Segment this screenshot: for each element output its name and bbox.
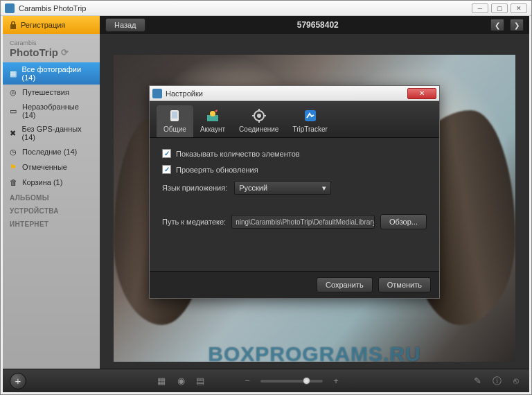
globe-icon[interactable]: ◉ <box>175 375 187 387</box>
language-value: Русский <box>239 184 267 192</box>
refresh-icon[interactable]: ⟳ <box>61 47 69 58</box>
svg-point-5 <box>257 114 261 118</box>
sidebar-item-5[interactable]: ⚑Отмеченные <box>3 159 100 175</box>
mediapath-input[interactable]: ning\Carambis\PhotoTrip\DefaultMediaLibr… <box>231 215 375 229</box>
tab-label: Общие <box>163 125 186 133</box>
no-gps-icon: ✖ <box>8 128 17 138</box>
list-icon[interactable]: ▤ <box>194 375 206 387</box>
minimize-button[interactable]: ─ <box>472 3 488 13</box>
recent-icon: ◷ <box>8 147 18 157</box>
sidebar-item-label: Отмеченные <box>22 163 67 171</box>
sidebar-item-label: Без GPS-данных (14) <box>21 125 94 141</box>
sidebar: Carambis PhotoTrip ⟳ ▦Все фотографии (14… <box>3 34 100 369</box>
sidebar-item-label: Путешествия <box>22 88 69 96</box>
settings-tab-общие[interactable]: Общие <box>157 105 193 137</box>
browse-button[interactable]: Обзор... <box>380 214 427 229</box>
settings-tab-соединение[interactable]: Соединение <box>232 105 285 137</box>
photos-icon: ▦ <box>8 69 18 78</box>
page-title: 579658402 <box>151 20 485 30</box>
camera-icon: ◎ <box>8 87 18 97</box>
window-title: Carambis PhotoTrip <box>19 4 472 12</box>
unsorted-icon: ▭ <box>8 106 18 116</box>
settings-tab-triptracker[interactable]: TripTracker <box>285 105 334 137</box>
bottom-toolbar: + ▦ ◉ ▤ − + ✎ ⓘ ⎋ <box>3 369 529 392</box>
back-button[interactable]: Назад <box>105 18 145 32</box>
mediapath-label: Путь к медиатеке: <box>162 218 226 226</box>
sidebar-item-label: Последние (14) <box>22 148 77 156</box>
svg-rect-1 <box>172 112 177 119</box>
sidebar-item-6[interactable]: 🗑Корзина (1) <box>3 175 100 190</box>
settings-tab-аккаунт[interactable]: Аккаунт <box>193 105 232 137</box>
dialog-title: Настройки <box>166 89 407 98</box>
language-select[interactable]: Русский ▾ <box>234 181 331 195</box>
sidebar-item-0[interactable]: ▦Все фотографии (14) <box>3 62 100 85</box>
zoom-in-icon[interactable]: + <box>330 375 342 387</box>
watermark: BOXPROGRAMS.RU <box>208 342 420 366</box>
flag-icon: ⚑ <box>8 162 18 172</box>
sidebar-section-1[interactable]: УСТРОЙСТВА <box>3 203 100 216</box>
tab-icon-2 <box>251 108 267 123</box>
lock-icon <box>10 21 17 29</box>
settings-dialog: Настройки ✕ ОбщиеАккаунтСоединениеTripTr… <box>149 85 440 299</box>
check-updates-label: Проверять обновления <box>176 166 258 174</box>
sidebar-item-label: Корзина (1) <box>22 178 62 186</box>
sidebar-item-4[interactable]: ◷Последние (14) <box>3 144 100 159</box>
back-label: Назад <box>114 21 136 29</box>
brand-vendor: Carambis <box>10 40 93 46</box>
svg-point-3 <box>210 111 215 116</box>
add-button[interactable]: + <box>10 373 26 389</box>
maximize-button[interactable]: ▢ <box>491 3 508 13</box>
trash-icon: 🗑 <box>8 177 18 187</box>
sidebar-item-2[interactable]: ▭Неразобранные (14) <box>3 100 100 122</box>
info-icon[interactable]: ⓘ <box>490 375 503 387</box>
mediapath-value: ning\Carambis\PhotoTrip\DefaultMediaLibr… <box>236 218 375 226</box>
sidebar-item-3[interactable]: ✖Без GPS-данных (14) <box>3 122 100 144</box>
brand-product: PhotoTrip <box>10 46 58 58</box>
edit-icon[interactable]: ✎ <box>471 375 484 387</box>
language-label: Язык приложения: <box>162 184 227 192</box>
view-mode-icon[interactable]: ▦ <box>155 375 168 387</box>
sidebar-item-1[interactable]: ◎Путешествия <box>3 85 100 100</box>
app-icon <box>5 3 15 13</box>
save-button[interactable]: Сохранить <box>317 277 373 292</box>
sidebar-section-0[interactable]: АЛЬБОМЫ <box>3 190 100 203</box>
dialog-app-icon <box>152 89 162 98</box>
register-label: Регистрация <box>21 21 65 29</box>
tab-icon-0 <box>167 108 182 123</box>
register-button[interactable]: Регистрация <box>3 16 100 34</box>
check-updates-checkbox[interactable]: ✓ <box>162 165 171 174</box>
zoom-out-icon[interactable]: − <box>241 375 254 387</box>
show-count-label: Показывать количество элементов <box>176 150 300 158</box>
zoom-slider[interactable] <box>260 380 323 383</box>
next-button[interactable]: ❯ <box>510 19 524 31</box>
tab-icon-3 <box>303 108 318 123</box>
sidebar-item-label: Все фотографии (14) <box>22 65 94 82</box>
cancel-button[interactable]: Отменить <box>378 277 431 292</box>
sidebar-section-2[interactable]: ИНТЕРНЕТ <box>3 216 100 229</box>
sidebar-item-label: Неразобранные (14) <box>22 103 94 119</box>
dialog-close-button[interactable]: ✕ <box>407 88 436 99</box>
titlebar: Carambis PhotoTrip ─ ▢ ✕ <box>1 1 531 16</box>
tab-label: TripTracker <box>292 125 327 133</box>
prev-button[interactable]: ❮ <box>490 19 504 31</box>
tab-icon-1 <box>205 108 220 123</box>
share-icon[interactable]: ⎋ <box>510 375 522 387</box>
chevron-down-icon: ▾ <box>322 184 326 193</box>
tab-label: Соединение <box>239 125 278 133</box>
close-button[interactable]: ✕ <box>511 3 527 13</box>
tab-label: Аккаунт <box>200 125 225 133</box>
show-count-checkbox[interactable]: ✓ <box>162 149 171 158</box>
brand: Carambis PhotoTrip ⟳ <box>3 34 100 62</box>
